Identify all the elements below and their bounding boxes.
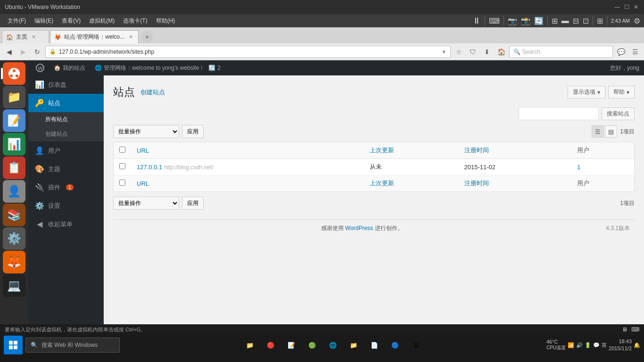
hamburger-button[interactable]: ☰ bbox=[629, 46, 641, 58]
sidebar-item-themes[interactable]: 🎨 主题 bbox=[28, 160, 104, 178]
table-header-registered[interactable]: 注册时间 bbox=[459, 142, 571, 159]
table-footer-registered[interactable]: 注册时间 bbox=[459, 175, 571, 192]
search-box[interactable]: 🔍 Search bbox=[509, 46, 613, 58]
bulk-action-select[interactable]: 批量操作 bbox=[113, 125, 179, 138]
sidebar-item-users[interactable]: 👤 用户 bbox=[28, 141, 104, 160]
table-footer-last-updated[interactable]: 上次更新 bbox=[364, 175, 459, 192]
dock-books-icon[interactable]: 📚 bbox=[3, 204, 25, 226]
close-button[interactable]: ✕ bbox=[633, 4, 639, 10]
taskbar-app2[interactable]: 📝 bbox=[283, 337, 300, 354]
menu-edit[interactable]: 编辑(E) bbox=[31, 16, 57, 26]
chat-button[interactable]: 💬 bbox=[615, 46, 627, 58]
vmware-snapshot3-btn[interactable]: 🔄 bbox=[534, 16, 544, 25]
menu-view[interactable]: 查看(V) bbox=[58, 16, 84, 26]
download-button[interactable]: ⬇ bbox=[481, 46, 493, 58]
taskbar-file-explorer[interactable]: 📁 bbox=[241, 337, 258, 354]
shield-button[interactable]: 🛡 bbox=[467, 46, 479, 58]
dock-config-icon[interactable]: ⚙️ bbox=[3, 227, 25, 250]
vmware-multi-btn[interactable]: ⊞ bbox=[597, 16, 603, 25]
vmware-pause-btn[interactable]: ⏸ bbox=[472, 16, 481, 26]
sidebar-item-collapse[interactable]: ◀ 收起菜单 bbox=[28, 215, 104, 233]
dock-terminal-icon[interactable]: 💻 bbox=[3, 274, 25, 297]
table-header-url[interactable]: URL bbox=[131, 142, 364, 159]
menu-help[interactable]: 帮助(H) bbox=[152, 16, 179, 26]
dock-firefox-icon[interactable]: 🦊 bbox=[3, 251, 25, 273]
tray-battery-icon[interactable]: 🔋 bbox=[585, 342, 591, 348]
taskbar-vmware[interactable]: 🖥 bbox=[407, 337, 424, 354]
sidebar-subitem-create-site[interactable]: 创建站点 bbox=[28, 127, 104, 141]
vmware-view3-btn[interactable]: ⊟ bbox=[573, 16, 579, 25]
tray-action-center[interactable]: 🔔 bbox=[634, 342, 640, 348]
table-header-last-updated[interactable]: 上次更新 bbox=[364, 142, 459, 159]
tray-lang[interactable]: 英 bbox=[602, 342, 607, 349]
wp-my-sites[interactable]: 🏠 我的站点 bbox=[51, 64, 88, 72]
vmware-view-btn[interactable]: ⊞ bbox=[552, 16, 558, 25]
forward-button[interactable]: ▶ bbox=[17, 46, 29, 58]
sidebar-item-sites[interactable]: 🔑 站点 bbox=[28, 94, 104, 112]
bottom-bulk-action-select[interactable]: 批量操作 bbox=[113, 197, 179, 210]
tray-network-icon[interactable]: 📶 bbox=[568, 342, 574, 348]
wp-logo-item[interactable]: W bbox=[33, 64, 47, 72]
select-all-checkbox[interactable] bbox=[119, 147, 125, 153]
dock-docs-icon[interactable]: 📝 bbox=[3, 109, 25, 132]
tray-volume-icon[interactable]: 🔊 bbox=[576, 342, 583, 348]
taskbar-search-box[interactable]: 🔍 搜索 Web 和 Windows bbox=[25, 337, 120, 353]
bookmark-star-button[interactable]: ☆ bbox=[453, 46, 465, 58]
vmware-send-key-btn[interactable]: ⌨ bbox=[489, 16, 500, 25]
address-bar[interactable]: 🔒 127.0.0.1/wp-admin/network/sites.php ▼ bbox=[45, 46, 451, 58]
address-dropdown[interactable]: ▼ bbox=[441, 49, 446, 55]
taskbar-app1[interactable]: 🔴 bbox=[262, 337, 279, 354]
menu-vm[interactable]: 虚拟机(M) bbox=[85, 16, 118, 26]
menu-tabs[interactable]: 选项卡(T) bbox=[119, 16, 151, 26]
tab-ubuntu-close[interactable]: ✕ bbox=[127, 33, 134, 41]
taskbar-app3[interactable]: 🟢 bbox=[304, 337, 321, 354]
dock-files-icon[interactable]: 📁 bbox=[3, 86, 25, 108]
site-url-link[interactable]: 127.0.0.1 bbox=[137, 164, 162, 171]
footer-suffix: 进行创作。 bbox=[375, 225, 403, 231]
footer-select-all-checkbox[interactable] bbox=[119, 180, 125, 186]
dock-people-icon[interactable]: 👤 bbox=[3, 180, 25, 203]
apply-button[interactable]: 应用 bbox=[182, 125, 204, 138]
menu-file[interactable]: 文件(F) bbox=[4, 16, 30, 26]
vmware-view4-btn[interactable]: ⊡ bbox=[583, 16, 589, 25]
tab-ubuntu[interactable]: 🦊 站点·管理网络：welco... ✕ bbox=[50, 30, 139, 43]
table-footer-url[interactable]: URL bbox=[131, 175, 364, 192]
back-button[interactable]: ◀ bbox=[3, 46, 15, 58]
maximize-button[interactable]: ☐ bbox=[623, 4, 630, 10]
wp-network[interactable]: 🌐 管理网络：welcome to yong's website！ 🔄 2 bbox=[92, 64, 223, 72]
taskbar-app4[interactable]: 🌐 bbox=[324, 337, 341, 354]
dock-spreadsheet-icon[interactable]: 📊 bbox=[3, 133, 25, 156]
dock-presentation-icon[interactable]: 📋 bbox=[3, 156, 25, 179]
taskbar-app7[interactable]: 🔵 bbox=[387, 337, 404, 354]
sidebar-item-plugins[interactable]: 🔌 插件 1 bbox=[28, 178, 104, 197]
sidebar-item-settings[interactable]: ⚙️ 设置 bbox=[28, 197, 104, 215]
help-button[interactable]: 帮助 ▾ bbox=[608, 86, 635, 99]
home-button[interactable]: 🏠 bbox=[495, 46, 507, 58]
vmware-snapshot2-btn[interactable]: 📸 bbox=[521, 16, 530, 25]
list-view-button[interactable]: ☰ bbox=[592, 125, 604, 138]
sidebar-subitem-all-sites[interactable]: 所有站点 bbox=[28, 112, 104, 127]
new-tab-button[interactable]: + bbox=[141, 31, 153, 42]
sidebar-item-dashboard[interactable]: 📊 仪表盘 bbox=[28, 75, 104, 94]
bottom-apply-button[interactable]: 应用 bbox=[182, 197, 204, 210]
start-button[interactable] bbox=[4, 336, 23, 354]
vmware-snapshot1-btn[interactable]: 📷 bbox=[508, 16, 517, 25]
user-count-link[interactable]: 1 bbox=[577, 164, 580, 171]
tab-home[interactable]: 🏠 主页 ✕ bbox=[2, 30, 49, 43]
refresh-button[interactable]: ↻ bbox=[31, 46, 43, 58]
taskbar-app6[interactable]: 📄 bbox=[366, 337, 383, 354]
vmware-view2-btn[interactable]: ▬ bbox=[561, 16, 569, 25]
dock-ubuntu-icon[interactable] bbox=[3, 62, 25, 85]
footer-wp-link[interactable]: WordPress bbox=[345, 225, 373, 231]
site-search-input[interactable] bbox=[519, 107, 599, 120]
display-options-button[interactable]: 显示选项 ▾ bbox=[568, 86, 605, 99]
row-checkbox[interactable] bbox=[119, 163, 125, 169]
tray-message-icon[interactable]: 💬 bbox=[593, 342, 600, 348]
tab-home-close[interactable]: ✕ bbox=[30, 33, 37, 41]
search-sites-button[interactable]: 搜索站点 bbox=[602, 107, 635, 120]
minimize-button[interactable]: — bbox=[614, 4, 620, 10]
taskbar-app5[interactable]: 📁 bbox=[345, 337, 362, 354]
create-site-link[interactable]: 创建站点 bbox=[140, 88, 165, 97]
vmware-settings-icon[interactable]: ⚙ bbox=[634, 16, 640, 25]
excerpt-view-button[interactable]: ▤ bbox=[605, 125, 617, 138]
